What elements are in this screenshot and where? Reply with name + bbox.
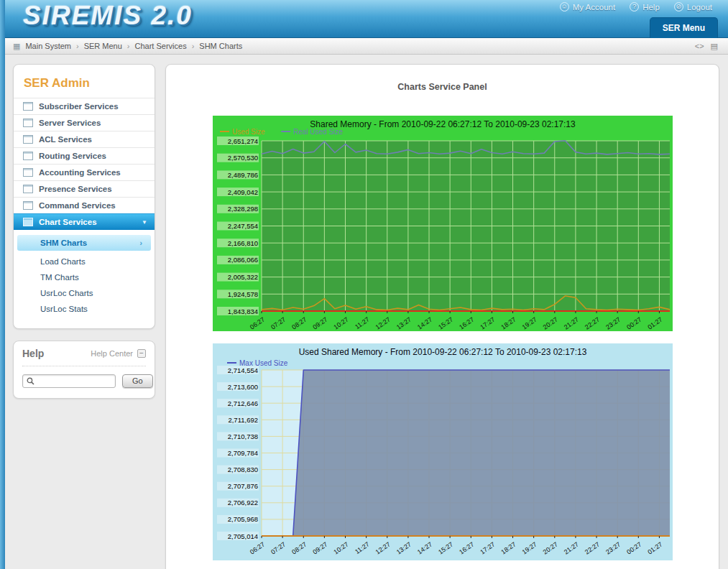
logout-label: Logout	[687, 3, 712, 11]
service-icon	[23, 185, 33, 193]
sidebar: SER Admin Subscriber Services Server Ser…	[13, 64, 155, 399]
service-icon	[23, 201, 33, 210]
sidebar-item-routing-services[interactable]: Routing Services	[14, 147, 155, 164]
subitem-label: UsrLoc Charts	[40, 289, 93, 297]
subitem-label: TM Charts	[40, 273, 79, 282]
used-shared-memory-chart: 2,714,5542,713,6002,712,6462,711,6922,71…	[213, 343, 673, 560]
svg-text:2,705,968: 2,705,968	[227, 515, 257, 523]
help-center-link[interactable]: Help Center	[91, 349, 133, 358]
search-icon	[27, 377, 34, 385]
sidebar-item-label: Subscriber Services	[39, 102, 119, 111]
svg-text:1,843,834: 1,843,834	[227, 307, 257, 315]
app-header: SIREMIS 2.0 ☺ My Account ? Help ⊘ Logout…	[0, 0, 728, 38]
svg-text:2,328,298: 2,328,298	[227, 205, 257, 213]
sidebar-item-acl-services[interactable]: ACL Services	[14, 131, 155, 147]
ser-menu-tab[interactable]: SER Menu	[650, 17, 718, 38]
svg-text:2,247,554: 2,247,554	[227, 222, 257, 230]
sidebar-subitem-usrloc-charts[interactable]: UsrLoc Charts	[14, 285, 155, 301]
sidebar-item-label: ACL Services	[39, 135, 92, 144]
svg-text:2,714,554: 2,714,554	[227, 366, 257, 374]
breadcrumb: ▦ Main System › SER Menu › Chart Service…	[0, 38, 728, 55]
breadcrumb-separator: ›	[192, 42, 195, 50]
window-left-border	[0, 0, 5, 569]
header-links: ☺ My Account ? Help ⊘ Logout	[560, 2, 712, 11]
sidebar-item-label: Command Services	[39, 201, 116, 210]
sidebar-subitem-usrloc-stats[interactable]: UsrLoc Stats	[14, 301, 155, 317]
my-account-link[interactable]: ☺ My Account	[560, 2, 615, 11]
service-icon	[23, 135, 33, 144]
source-code-icon[interactable]: <>	[695, 42, 704, 51]
help-title: Help	[22, 348, 44, 359]
chevron-down-icon: ▼	[142, 219, 147, 226]
application-window: SIREMIS 2.0 ☺ My Account ? Help ⊘ Logout…	[0, 0, 728, 569]
breadcrumb-separator: ›	[76, 42, 79, 50]
sidebar-subitem-load-charts[interactable]: Load Charts	[14, 254, 155, 269]
logout-link[interactable]: ⊘ Logout	[674, 2, 712, 11]
account-icon: ☺	[560, 2, 569, 11]
service-icon	[23, 102, 33, 111]
help-header: Help Help Center −	[22, 348, 146, 366]
svg-text:2,711,692: 2,711,692	[228, 416, 258, 424]
svg-text:2,705,014: 2,705,014	[227, 532, 257, 540]
service-icon	[23, 218, 33, 226]
sidebar-item-accounting-services[interactable]: Accounting Services	[14, 164, 155, 180]
breadcrumb-window-icon: ▦	[13, 42, 20, 51]
breadcrumb-tools: <> ▤	[695, 42, 718, 51]
subitem-label: UsrLoc Stats	[40, 305, 88, 313]
sidebar-title: SER Admin	[14, 70, 155, 98]
svg-text:2,706,922: 2,706,922	[227, 499, 257, 506]
svg-text:2,707,876: 2,707,876	[227, 482, 257, 490]
main-content-panel: Charts Service Panel 2,651,2742,570,5302…	[165, 64, 719, 569]
svg-text:2,708,830: 2,708,830	[227, 466, 257, 473]
sidebar-subitem-shm-charts[interactable]: SHM Charts ›	[17, 235, 151, 251]
svg-text:2,570,530: 2,570,530	[227, 154, 257, 162]
sidebar-item-label: Presence Services	[39, 185, 112, 193]
help-link[interactable]: ? Help	[630, 2, 660, 11]
svg-text:Shared Memory - From 2010-09-2: Shared Memory - From 2010-09-22 06:27:12…	[310, 119, 576, 129]
svg-text:1,924,578: 1,924,578	[227, 290, 257, 298]
subitem-label: Load Charts	[40, 257, 86, 266]
breadcrumb-separator: ›	[127, 42, 130, 50]
sidebar-item-label: Chart Services	[39, 218, 97, 226]
shared-memory-chart: 2,651,2742,570,5302,489,7862,409,0422,32…	[213, 116, 673, 331]
used-shared-memory-chart-svg: 2,714,5542,713,6002,712,6462,711,6922,71…	[213, 343, 673, 560]
svg-text:Used Size: Used Size	[232, 128, 265, 136]
sidebar-subitem-tm-charts[interactable]: TM Charts	[14, 269, 155, 285]
breadcrumb-chart-services[interactable]: Chart Services	[135, 42, 187, 50]
svg-text:2,651,274: 2,651,274	[227, 137, 257, 145]
collapse-icon[interactable]: −	[137, 349, 146, 358]
shared-memory-chart-svg: 2,651,2742,570,5302,489,7862,409,0422,32…	[213, 116, 673, 331]
svg-text:2,005,322: 2,005,322	[227, 273, 257, 281]
help-label: Help	[642, 3, 660, 11]
service-icon	[23, 168, 33, 177]
go-button[interactable]: Go	[122, 374, 153, 388]
chevron-right-icon: ›	[139, 239, 142, 247]
svg-text:2,712,646: 2,712,646	[227, 399, 257, 407]
page-title: Charts Service Panel	[166, 82, 719, 92]
svg-text:Max Used Size: Max Used Size	[239, 359, 288, 367]
sidebar-item-command-services[interactable]: Command Services	[14, 197, 155, 213]
sidebar-item-chart-services[interactable]: Chart Services ▼	[14, 213, 155, 230]
help-search-input[interactable]	[37, 376, 111, 387]
edit-page-icon[interactable]: ▤	[711, 42, 718, 51]
service-icon	[23, 152, 33, 160]
service-icon	[23, 119, 33, 127]
chart-services-submenu: SHM Charts › Load Charts TM Charts UsrLo…	[14, 230, 155, 318]
sidebar-item-presence-services[interactable]: Presence Services	[14, 180, 155, 197]
siremis-logo: SIREMIS 2.0	[23, 1, 193, 31]
svg-text:2,409,042: 2,409,042	[227, 188, 257, 196]
content-layout: SER Admin Subscriber Services Server Ser…	[0, 55, 728, 569]
sidebar-item-label: Accounting Services	[39, 168, 121, 177]
sidebar-item-subscriber-services[interactable]: Subscriber Services	[14, 98, 155, 114]
svg-text:2,086,066: 2,086,066	[227, 256, 257, 264]
breadcrumb-main-system[interactable]: Main System	[25, 42, 71, 50]
sidebar-item-server-services[interactable]: Server Services	[14, 114, 155, 131]
svg-text:2,489,786: 2,489,786	[227, 171, 257, 179]
help-panel: Help Help Center − Go	[13, 341, 155, 399]
sidebar-item-label: Server Services	[39, 119, 101, 127]
svg-text:2,166,810: 2,166,810	[227, 239, 257, 247]
breadcrumb-ser-menu[interactable]: SER Menu	[84, 42, 122, 50]
breadcrumb-shm-charts[interactable]: SHM Charts	[199, 42, 242, 50]
admin-nav-panel: SER Admin Subscriber Services Server Ser…	[13, 64, 155, 329]
svg-text:2,713,600: 2,713,600	[227, 383, 257, 391]
